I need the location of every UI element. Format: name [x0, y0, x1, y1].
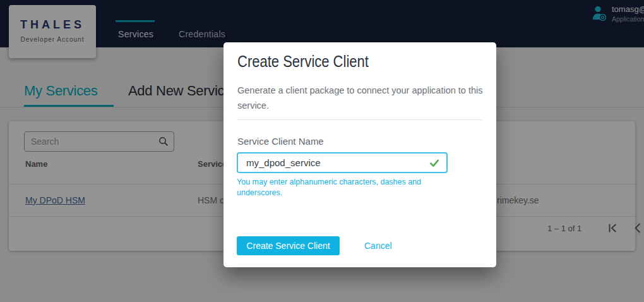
cancel-button[interactable]: Cancel	[364, 236, 392, 255]
dialog-description-line: Generate a client package to connect you…	[237, 83, 483, 98]
input-helper-line: underscores.	[237, 188, 421, 198]
create-service-client-button[interactable]: Create Service Client	[237, 236, 340, 255]
dialog-title: Create Service Client	[237, 52, 369, 71]
service-client-name-label: Service Client Name	[237, 136, 324, 147]
valid-check-icon	[429, 158, 439, 168]
input-helper-line: You may enter alphanumeric characters, d…	[237, 177, 421, 188]
service-client-name-input[interactable]	[238, 154, 446, 172]
dialog-description: Generate a client package to connect you…	[237, 83, 483, 113]
dialog-divider	[237, 119, 482, 120]
service-client-name-field	[237, 152, 448, 173]
input-helper-text: You may enter alphanumeric characters, d…	[237, 177, 421, 198]
create-service-client-dialog: Create Service Client Generate a client …	[224, 42, 496, 267]
dialog-description-line: service.	[237, 98, 483, 113]
